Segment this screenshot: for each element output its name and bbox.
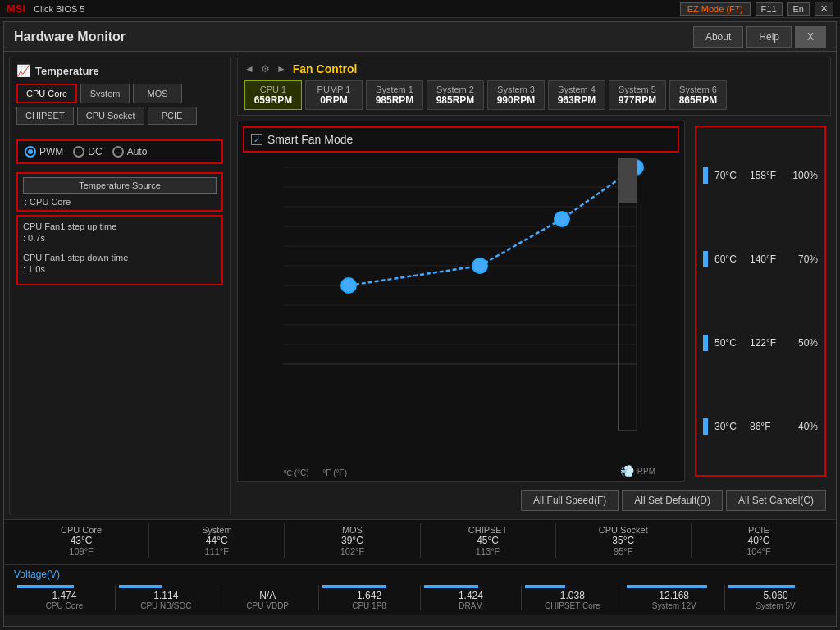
ez-mode-button[interactable]: EZ Mode (F7) — [680, 2, 751, 16]
chart-point-50c[interactable] — [472, 258, 487, 273]
fan-card-name-sys3: System 3 — [495, 84, 537, 94]
panel-header: 📈 Temperature — [16, 64, 223, 77]
fan-card-value-cpu1: 659RPM — [252, 94, 294, 106]
status-mos: MOS 39°C 102°F — [285, 523, 420, 558]
about-button[interactable]: About — [693, 26, 743, 48]
status-f-pcie: 104°F — [698, 546, 819, 556]
temperature-tabs: CPU Core System MOS CHIPSET CPU Socket P… — [16, 84, 223, 125]
status-label-chipset: CHIPSET — [427, 525, 549, 535]
voltage-value-cpu-vddp: N/A — [221, 590, 315, 601]
tab-mos[interactable]: MOS — [133, 84, 182, 103]
voltage-bar-cpu-1p8 — [322, 585, 386, 588]
temp-bar-50c — [703, 335, 708, 351]
bottom-buttons: All Full Speed(F) All Set Default(D) All… — [237, 486, 831, 514]
f11-button[interactable]: F11 — [756, 2, 783, 16]
close-top-button[interactable]: ✕ — [815, 2, 833, 16]
radio-dc[interactable]: DC — [73, 146, 102, 158]
status-chipset: CHIPSET 45°C 113°F — [421, 523, 556, 558]
status-cpu-core: CPU Core 43°C 109°F — [14, 523, 149, 558]
chart-container: ✓ Smart Fan Mode 100/212 90/194 80/176 7… — [237, 121, 685, 482]
temp-row-30c: 30°C 86°F 40% — [703, 418, 818, 435]
status-f-system: 111°F — [156, 546, 277, 556]
temp-c-60: 60°C — [714, 253, 743, 265]
status-c-chipset: 45°C — [427, 535, 549, 546]
fan-card-value-sys4: 963RPM — [555, 94, 598, 106]
voltage-grid: 1.474 CPU Core 1.114 CPU NB/SOC N/A CPU … — [14, 585, 826, 610]
fan-card-sys1[interactable]: System 1 985RPM — [366, 80, 423, 110]
all-set-cancel-button[interactable]: All Set Cancel(C) — [726, 490, 826, 511]
fan-card-value-pump1: 0RPM — [313, 94, 355, 106]
fan-card-name-cpu1: CPU 1 — [252, 84, 294, 94]
temp-pct-50: 50% — [789, 337, 818, 349]
voltage-label-chipset-core: CHIPSET Core — [525, 601, 619, 610]
tab-system[interactable]: System — [80, 84, 130, 103]
voltage-chipset-core: 1.038 CHIPSET Core — [522, 585, 623, 610]
radio-auto[interactable]: Auto — [112, 146, 148, 158]
arrow-left-icon: ◄ — [244, 63, 254, 75]
voltage-cpu-core: 1.474 CPU Core — [14, 585, 116, 610]
svg-rect-29 — [619, 158, 637, 203]
x-axis-label-c: ℃ (°C) °F (°F) — [283, 468, 347, 477]
voltage-value-dram: 1.424 — [424, 590, 518, 601]
fan-card-value-sys1: 985RPM — [373, 94, 416, 106]
fan-card-value-sys3: 990RPM — [495, 94, 537, 106]
status-c-cpu-socket: 35°C — [563, 535, 684, 546]
fan-card-pump1[interactable]: PUMP 1 0RPM — [305, 80, 363, 110]
temp-row-70c: 70°C 158°F 100% — [703, 167, 818, 184]
voltage-value-cpu-1p8: 1.642 — [322, 590, 417, 601]
temp-bar-30c — [703, 418, 708, 435]
temp-row-60c: 60°C 140°F 70% — [703, 251, 818, 267]
status-system: System 44°C 111°F — [149, 523, 285, 558]
fan-control-title: Fan Control — [293, 62, 358, 75]
chart-point-30c[interactable] — [341, 278, 356, 293]
fan-card-name-pump1: PUMP 1 — [313, 84, 355, 94]
language-button[interactable]: En — [788, 2, 810, 16]
all-set-default-button[interactable]: All Set Default(D) — [622, 490, 723, 511]
fan-card-sys3[interactable]: System 3 990RPM — [487, 80, 545, 110]
voltage-label-sys-12v: System 12V — [627, 601, 721, 610]
chart-point-60c[interactable] — [555, 212, 569, 226]
fan-card-sys6[interactable]: System 6 865RPM — [669, 80, 727, 110]
tab-pcie[interactable]: PCIE — [148, 107, 197, 125]
fan-speed-grid: CPU 1 659RPM PUMP 1 0RPM System 1 985RPM… — [244, 80, 824, 110]
voltage-sys-12v: 12.168 System 12V — [623, 585, 725, 610]
fan-card-sys4[interactable]: System 4 963RPM — [548, 80, 605, 110]
temp-source-button[interactable]: Temperature Source — [23, 177, 217, 194]
voltage-label-cpu-vddp: CPU VDDP — [221, 601, 315, 610]
radio-circle-pwm — [25, 146, 36, 158]
radio-pwm[interactable]: PWM — [25, 146, 63, 158]
status-f-chipset: 113°F — [427, 546, 549, 556]
fan-curve-chart[interactable]: 100/212 90/194 80/176 70/158 60/140 50/1… — [283, 158, 655, 461]
status-c-pcie: 40°C — [698, 535, 819, 546]
main-window: Hardware Monitor About Help X 📈 Temperat… — [3, 21, 837, 627]
temp-c-50: 50°C — [714, 337, 743, 349]
step-up-label: CPU Fan1 step up time — [23, 221, 217, 231]
tab-chipset[interactable]: CHIPSET — [16, 107, 74, 125]
chart-inner: 100/212 90/194 80/176 70/158 60/140 50/1… — [238, 153, 684, 481]
voltage-value-cpu-core: 1.474 — [17, 590, 112, 601]
voltage-cpu-1p8: 1.642 CPU 1P8 — [319, 585, 421, 610]
voltage-label-dram: DRAM — [424, 601, 518, 610]
help-button[interactable]: Help — [746, 26, 792, 48]
voltage-value-sys-5v: 5.060 — [728, 590, 823, 601]
tab-cpu-core[interactable]: CPU Core — [16, 84, 77, 103]
fan-card-cpu1[interactable]: CPU 1 659RPM — [244, 80, 302, 110]
status-c-system: 44°C — [156, 535, 277, 546]
status-pcie: PCIE 40°C 104°F — [692, 523, 826, 558]
voltage-label-cpu-1p8: CPU 1P8 — [322, 601, 417, 610]
fan-card-sys2[interactable]: System 2 985RPM — [427, 80, 484, 110]
close-window-button[interactable]: X — [795, 26, 826, 48]
all-full-speed-button[interactable]: All Full Speed(F) — [521, 490, 619, 511]
voltage-label-sys-5v: System 5V — [728, 601, 823, 610]
smart-fan-checkbox[interactable]: ✓ — [251, 134, 262, 145]
fan-card-value-sys2: 985RPM — [434, 94, 477, 106]
tab-cpu-socket[interactable]: CPU Socket — [77, 107, 144, 125]
left-panel: 📈 Temperature CPU Core System MOS CHIPSE… — [9, 57, 231, 514]
voltage-bar-sys-12v — [627, 585, 707, 588]
status-f-cpu-core: 109°F — [21, 546, 142, 556]
fan-card-sys5[interactable]: System 5 977RPM — [609, 80, 666, 110]
fan-control-section: ◄ ⚙ ► Fan Control CPU 1 659RPM PUMP 1 0R… — [237, 57, 831, 116]
x-axis-label-rpm: 💨 RPM — [620, 464, 655, 477]
smart-fan-label: Smart Fan Mode — [267, 133, 353, 146]
temp-f-140: 140°F — [750, 253, 783, 265]
